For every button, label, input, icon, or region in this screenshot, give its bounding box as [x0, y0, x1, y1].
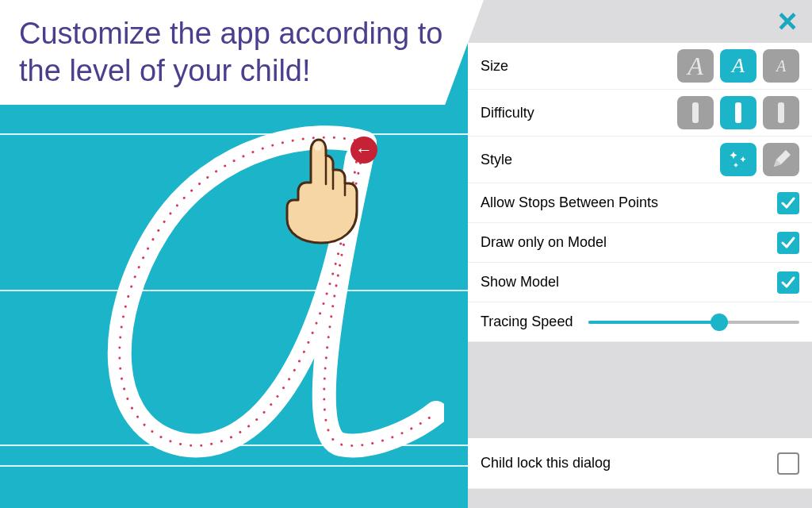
check-icon [780, 235, 796, 251]
sparkle-icon [727, 148, 749, 171]
promo-banner: Customize the app according to the level… [0, 0, 484, 105]
style-option-sparkle[interactable] [720, 143, 756, 176]
child-lock-label: Child lock this dialog [481, 455, 777, 471]
difficulty-option-medium[interactable] [720, 96, 756, 129]
size-option-large[interactable]: A [677, 49, 714, 83]
show-model-label: Show Model [481, 274, 777, 291]
row-difficulty: Difficulty [468, 90, 812, 137]
row-size: Size A A A [468, 43, 812, 90]
direction-arrow-icon: ← [350, 137, 377, 164]
size-label: Size [481, 58, 677, 75]
difficulty-option-hard[interactable] [763, 96, 799, 129]
pencil-icon [770, 148, 792, 171]
row-style: Style [468, 137, 812, 183]
tracing-speed-label: Tracing Speed [481, 314, 573, 330]
allow-stops-checkbox[interactable] [777, 192, 799, 214]
check-icon [780, 195, 796, 211]
style-option-pencil[interactable] [763, 143, 799, 176]
tracing-canvas[interactable]: ← Customize the app according to the lev… [0, 0, 468, 508]
show-model-checkbox[interactable] [777, 271, 799, 294]
row-show-model: Show Model [468, 263, 812, 302]
settings-panel: × Size A A A Difficulty [468, 0, 812, 508]
banner-text: Customize the app according to the level… [19, 15, 462, 90]
difficulty-label: Difficulty [481, 105, 677, 121]
row-draw-on-model: Draw only on Model [468, 223, 812, 263]
close-icon: × [778, 5, 798, 38]
row-child-lock: Child lock this dialog [468, 438, 812, 489]
row-tracing-speed: Tracing Speed [468, 302, 812, 342]
draw-on-model-label: Draw only on Model [481, 234, 777, 251]
child-lock-checkbox[interactable] [777, 452, 799, 475]
row-allow-stops: Allow Stops Between Points [468, 183, 812, 223]
size-option-small[interactable]: A [763, 49, 799, 83]
size-option-medium[interactable]: A [720, 49, 756, 83]
tracing-speed-slider[interactable] [588, 313, 799, 332]
allow-stops-label: Allow Stops Between Points [481, 194, 777, 211]
close-button[interactable]: × [771, 5, 804, 38]
check-icon [780, 275, 796, 291]
draw-on-model-checkbox[interactable] [777, 232, 799, 254]
panel-topbar: × [468, 0, 812, 43]
slider-thumb[interactable] [710, 314, 728, 331]
difficulty-option-easy[interactable] [677, 96, 714, 129]
letter-path [24, 111, 444, 484]
style-label: Style [481, 152, 720, 168]
svg-point-0 [314, 141, 322, 151]
